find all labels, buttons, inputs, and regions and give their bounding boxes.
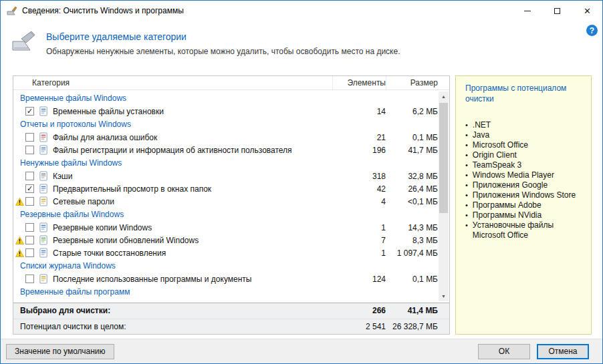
- category-label: Файлы регистрации и информация об активн…: [53, 146, 332, 155]
- category-row[interactable]: Последние использованные программы и док…: [13, 272, 438, 285]
- restore-points-icon: [39, 248, 53, 258]
- program-name: Microsoft Office: [473, 140, 528, 150]
- scrollbar-thumb[interactable]: [439, 103, 448, 213]
- program-name: Origin Client: [473, 150, 517, 160]
- category-checkbox[interactable]: [25, 248, 34, 257]
- bullet-icon: •: [465, 210, 468, 220]
- warning-icon: [13, 236, 25, 244]
- program-item: •Программы Adobe: [465, 200, 583, 210]
- category-label: Предварительный просмотр в окнах папок: [53, 184, 332, 194]
- error-analysis-icon: [39, 132, 53, 142]
- scroll-up-button[interactable]: ▲: [439, 92, 449, 102]
- bullet-icon: •: [465, 200, 468, 210]
- cache-icon: [39, 171, 53, 181]
- category-row[interactable]: Сетевые пароли4<0,1 МБ: [13, 195, 438, 208]
- category-label: Кэши: [53, 172, 332, 181]
- bullet-icon: •: [465, 130, 468, 140]
- page-subtitle: Обнаружены ненужные элементы, которые мо…: [46, 47, 400, 56]
- program-item: •Java: [465, 130, 583, 140]
- side-panel-title: Программы с потенциалом очистки: [465, 83, 583, 104]
- activity-log-icon: [39, 145, 53, 155]
- category-row[interactable]: Резервные копии обновлений Windows78,3 М…: [13, 234, 438, 246]
- category-checkbox[interactable]: [25, 223, 34, 232]
- dialog-window: Сведения: Очистить Windows и программы ✕…: [0, 0, 603, 364]
- minimize-icon: [524, 11, 531, 11]
- help-button[interactable]: ?: [586, 25, 598, 36]
- category-row[interactable]: Резервные копии Windows114,3 МБ: [13, 221, 438, 234]
- category-row[interactable]: Кэши31832,8 МБ: [13, 170, 438, 182]
- category-row[interactable]: ✓Предварительный просмотр в окнах папок4…: [13, 182, 438, 195]
- maximize-button[interactable]: [542, 1, 572, 21]
- program-name: Windows Media Player: [473, 170, 554, 180]
- category-row[interactable]: ✓Временные файлы установки146,2 МБ: [13, 105, 438, 118]
- column-header-category[interactable]: Категория: [13, 76, 332, 89]
- scroll-up-icon: ▲: [441, 94, 446, 99]
- bullet-icon: •: [465, 140, 468, 150]
- category-count: 4: [332, 197, 386, 206]
- category-label: Старые точки восстановления: [53, 248, 332, 258]
- category-row[interactable]: Файлы регистрации и информация об активн…: [13, 144, 438, 156]
- category-checkbox[interactable]: [25, 197, 34, 206]
- category-count: 196: [332, 146, 386, 155]
- summary-selected-count: 266: [332, 306, 386, 315]
- group-label: Временные файлы программ: [20, 287, 130, 297]
- summary-total-size: 26 328,7 МБ: [386, 322, 438, 331]
- category-checkbox[interactable]: ✓: [25, 107, 34, 116]
- group-label: Списки журнала Windows: [20, 261, 116, 270]
- category-checkbox[interactable]: [25, 172, 34, 180]
- potential-programs-panel: Программы с потенциалом очистки •.NET•Ja…: [455, 75, 592, 335]
- bullet-icon: •: [465, 150, 468, 160]
- category-count: 14: [332, 107, 386, 116]
- titlebar: Сведения: Очистить Windows и программы ✕: [1, 1, 602, 21]
- footer-bar: Значение по умолчанию ОК Отмена: [1, 339, 602, 363]
- update-backup-icon: [39, 235, 53, 245]
- close-icon: ✕: [584, 7, 591, 15]
- category-checkbox[interactable]: ✓: [25, 184, 34, 193]
- windows-backup-icon: [39, 222, 53, 232]
- program-item: •Origin Client: [465, 150, 583, 160]
- category-row[interactable]: Файлы для анализа ошибок210,1 МБ: [13, 131, 438, 144]
- category-size: 32,8 МБ: [386, 172, 438, 181]
- program-list: •.NET•Java•Microsoft Office•Origin Clien…: [465, 120, 583, 240]
- category-checkbox[interactable]: [25, 275, 34, 283]
- category-checkbox[interactable]: [25, 133, 34, 142]
- column-header-size[interactable]: Размер: [386, 76, 438, 89]
- summary-total-row: Потенциал очистки в целом: 2 541 26 328,…: [13, 319, 449, 335]
- group-label: Отчеты и протоколы Windows: [20, 120, 131, 129]
- category-label: Временные файлы установки: [53, 107, 332, 116]
- category-checkbox[interactable]: [25, 236, 34, 244]
- program-name: Программы NVidia: [473, 210, 541, 220]
- scrollbar-track[interactable]: [439, 102, 449, 291]
- summary-selected-size: 41,4 МБ: [386, 306, 438, 315]
- scroll-down-button[interactable]: ▼: [439, 291, 449, 301]
- category-row[interactable]: Старые точки восстановления11 097,4 МБ: [13, 246, 438, 259]
- group-label: Временные файлы Windows: [20, 94, 126, 103]
- default-values-button[interactable]: Значение по умолчанию: [6, 344, 114, 359]
- category-label: Последние использованные программы и док…: [53, 275, 332, 284]
- minimize-button[interactable]: [512, 1, 542, 21]
- program-name: .NET: [473, 120, 491, 130]
- program-item: •Приложения Windows Store: [465, 190, 583, 200]
- maximize-icon: [554, 8, 560, 14]
- column-header-items[interactable]: Элементы: [332, 76, 386, 89]
- close-button[interactable]: ✕: [572, 1, 602, 21]
- caption-buttons: ✕: [512, 1, 602, 21]
- cancel-button[interactable]: Отмена: [537, 344, 589, 359]
- scrollbar[interactable]: ▲ ▼: [439, 92, 449, 301]
- summary-selected-label: Выбрано для очистки:: [20, 306, 332, 315]
- program-name: Установочные файлы Microsoft Office: [473, 220, 583, 240]
- category-count: 21: [332, 133, 386, 142]
- ok-button[interactable]: ОК: [478, 344, 530, 359]
- group-label: Ненужные файлы Windows: [20, 158, 122, 168]
- category-size: 0,1 МБ: [386, 275, 438, 284]
- summary-total-label: Потенциал очистки в целом:: [20, 322, 332, 331]
- setup-files-icon: [39, 106, 53, 116]
- category-list-panel: Категория Элементы Размер Временные файл…: [13, 75, 450, 335]
- category-checkbox[interactable]: [25, 146, 34, 154]
- bullet-icon: •: [465, 120, 468, 130]
- page-header: Выберите удаляемые категории Обнаружены …: [11, 30, 400, 56]
- page-title: Выберите удаляемые категории: [46, 31, 400, 42]
- category-label: Сетевые пароли: [53, 197, 332, 206]
- program-item: •Установочные файлы Microsoft Office: [465, 220, 583, 240]
- summary-selected-row: Выбрано для очистки: 266 41,4 МБ: [13, 303, 449, 319]
